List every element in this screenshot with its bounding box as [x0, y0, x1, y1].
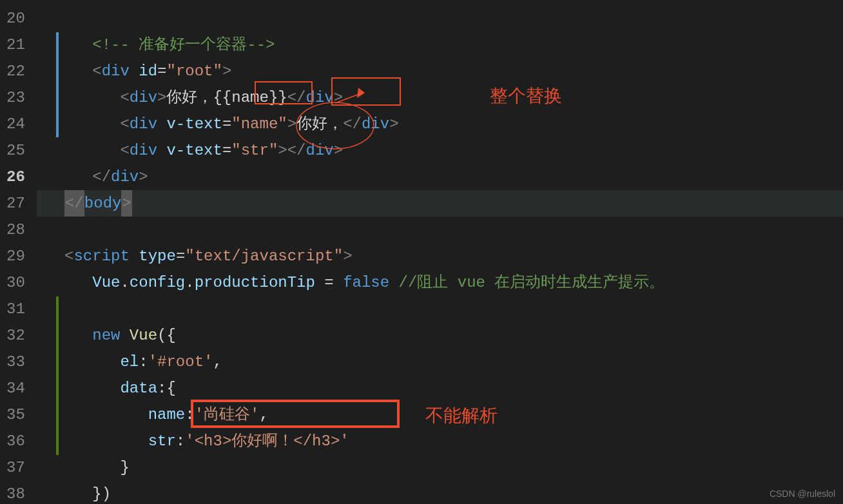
line-number: 20: [6, 5, 25, 32]
line-number: 28: [6, 217, 25, 243]
code-line[interactable]: [37, 296, 843, 322]
line-number: 35: [6, 402, 25, 428]
line-number: 31: [6, 296, 25, 322]
code-area[interactable]: <!-- 准备好一个容器--> <div id="root"> <div>你好，…: [37, 0, 843, 504]
line-number-active: 26: [6, 164, 25, 190]
line-number: 23: [6, 84, 25, 111]
code-line[interactable]: name:'尚硅谷',: [37, 402, 843, 428]
line-number: 27: [6, 190, 25, 217]
code-line[interactable]: <div v-text="str"></div>: [37, 137, 843, 164]
line-number: 21: [6, 32, 25, 58]
cursor: </: [64, 190, 84, 217]
code-line[interactable]: [37, 217, 843, 243]
code-line[interactable]: <div id="root">: [37, 58, 843, 84]
line-number: 24: [6, 111, 25, 137]
code-line[interactable]: }: [37, 454, 843, 481]
code-line[interactable]: <div>你好，{{name}}</div>: [37, 84, 843, 111]
code-line[interactable]: new Vue({: [37, 322, 843, 349]
code-line[interactable]: }): [37, 481, 843, 504]
line-number: 37: [6, 454, 25, 481]
watermark: CSDN @ruleslol: [770, 489, 835, 499]
code-line-active[interactable]: </body>: [37, 190, 843, 217]
code-line[interactable]: el:'#root',: [37, 349, 843, 375]
code-line[interactable]: Vue.config.productionTip = false //阻止 vu…: [37, 269, 843, 296]
line-number: 38: [6, 481, 25, 504]
code-line[interactable]: str:'<h3>你好啊！</h3>': [37, 428, 843, 454]
code-editor[interactable]: 20 21 22 23 24 25 26 27 28 29 30 31 32 3…: [0, 0, 843, 504]
line-number: 34: [6, 375, 25, 402]
line-number: 33: [6, 349, 25, 375]
line-number-gutter: 20 21 22 23 24 25 26 27 28 29 30 31 32 3…: [0, 0, 37, 504]
line-number: 29: [6, 243, 25, 269]
code-line[interactable]: <script type="text/javascript">: [37, 243, 843, 269]
code-line[interactable]: data:{: [37, 375, 843, 402]
line-number: 25: [6, 137, 25, 164]
line-number: 36: [6, 428, 25, 454]
code-line[interactable]: <div v-text="name">你好，</div>: [37, 111, 843, 137]
code-line[interactable]: </div>: [37, 164, 843, 190]
code-line[interactable]: <!-- 准备好一个容器-->: [37, 32, 843, 58]
line-number: 30: [6, 269, 25, 296]
line-number: 32: [6, 322, 25, 349]
line-number: 22: [6, 58, 25, 84]
